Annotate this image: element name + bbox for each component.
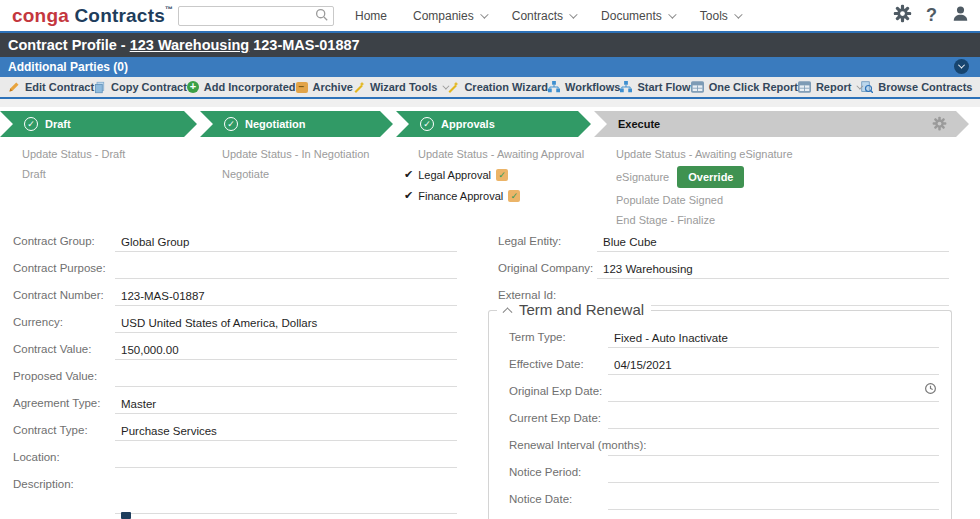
stage-check-icon: ✓ bbox=[24, 117, 38, 131]
company-link[interactable]: 123 Warehousing bbox=[130, 37, 250, 53]
browse-contracts-button[interactable]: Browse Contracts bbox=[861, 81, 972, 93]
field-value[interactable] bbox=[608, 441, 939, 456]
global-search[interactable] bbox=[178, 6, 334, 26]
edit-contract-button[interactable]: Edit Contract bbox=[8, 81, 94, 93]
stage-gear-icon[interactable] bbox=[932, 116, 947, 133]
esignature-label: eSignature bbox=[616, 171, 669, 183]
workflow-icon bbox=[548, 81, 560, 93]
description-editor-icon[interactable] bbox=[121, 512, 131, 519]
approval-item-finance[interactable]: ✔ Finance Approval ✓ bbox=[396, 185, 594, 206]
field-value[interactable] bbox=[608, 495, 939, 510]
field-label: Notice Period: bbox=[509, 466, 581, 478]
copy-contract-button[interactable]: Copy Contract bbox=[94, 81, 187, 94]
field-value[interactable]: Fixed - Auto Inactivate bbox=[608, 332, 939, 348]
additional-parties-label: Additional Parties (0) bbox=[8, 60, 128, 74]
stage-approvals[interactable]: ✓ Approvals bbox=[396, 111, 591, 137]
field-contract-type: Contract Type: Purchase Services bbox=[0, 417, 470, 444]
nav-companies[interactable]: Companies bbox=[413, 9, 486, 23]
field-label: Contract Number: bbox=[13, 289, 104, 301]
override-button[interactable]: Override bbox=[677, 166, 744, 188]
workflows-button[interactable]: Workflows bbox=[548, 81, 620, 93]
field-contract-purpose: Contract Purpose: bbox=[0, 255, 470, 282]
contract-stage-tracker: ✓ Draft Update Status - Draft Draft ✓ Ne… bbox=[0, 111, 980, 230]
stage-negotiation[interactable]: ✓ Negotiation bbox=[200, 111, 393, 137]
user-profile-icon[interactable] bbox=[951, 4, 970, 27]
field-value[interactable] bbox=[115, 264, 457, 279]
field-value[interactable]: USD United States of America, Dollars bbox=[115, 317, 457, 333]
field-label: Original Company: bbox=[498, 262, 593, 274]
chevron-down-icon bbox=[668, 10, 676, 18]
wizard-tools-button[interactable]: Wizard Tools bbox=[353, 81, 448, 93]
esignature-row: eSignature Override bbox=[594, 164, 972, 190]
stage-status-line: Update Status - Draft bbox=[0, 144, 200, 164]
field-value[interactable] bbox=[608, 468, 939, 483]
term-section-title: Term and Renewal bbox=[519, 301, 644, 318]
field-value[interactable] bbox=[608, 387, 939, 402]
stage-execute[interactable]: Execute bbox=[594, 111, 969, 137]
stage-label: Draft bbox=[45, 118, 71, 130]
stage-draft[interactable]: ✓ Draft bbox=[0, 111, 197, 137]
term-and-renewal-section: Term and Renewal Term Type: Fixed - Auto… bbox=[488, 310, 952, 519]
approval-item-legal[interactable]: ✔ Legal Approval ✓ bbox=[396, 164, 594, 185]
search-icon bbox=[315, 7, 328, 25]
page-title: Contract Profile - 123 Warehousing 123-M… bbox=[8, 37, 360, 53]
field-value[interactable] bbox=[115, 499, 457, 514]
field-label: Currency: bbox=[13, 316, 63, 328]
logo-product: Contracts™ bbox=[74, 5, 173, 26]
collapse-caret-icon[interactable] bbox=[503, 307, 513, 317]
main-nav: Home Companies Contracts Documents Tools bbox=[355, 0, 740, 31]
field-value[interactable]: Blue Cube bbox=[597, 236, 949, 252]
copy-icon bbox=[94, 81, 106, 94]
one-click-report-button[interactable]: One Click Report bbox=[691, 81, 798, 93]
field-original-company: Original Company: 123 Warehousing bbox=[485, 255, 955, 282]
archive-button[interactable]: − Archive bbox=[296, 81, 353, 93]
chevron-down-icon bbox=[480, 10, 488, 18]
approval-note-icon[interactable]: ✓ bbox=[508, 190, 520, 202]
help-icon[interactable]: ? bbox=[926, 5, 937, 26]
field-value[interactable]: 04/15/2021 bbox=[608, 359, 939, 375]
approval-note-icon[interactable]: ✓ bbox=[496, 169, 508, 181]
field-value[interactable]: 150,000.00 bbox=[115, 344, 457, 360]
additional-parties-bar[interactable]: Additional Parties (0) bbox=[0, 57, 980, 77]
stage-check-icon: ✓ bbox=[420, 117, 434, 131]
term-section-header[interactable]: Term and Renewal bbox=[497, 301, 651, 318]
field-label: Location: bbox=[13, 451, 60, 463]
field-value[interactable]: 123 Warehousing bbox=[597, 263, 949, 279]
check-icon: ✔ bbox=[404, 168, 413, 181]
nav-home[interactable]: Home bbox=[355, 9, 387, 23]
field-notice-period: Notice Period: bbox=[489, 459, 951, 486]
field-value[interactable]: Global Group bbox=[115, 236, 457, 252]
field-label: Contract Value: bbox=[13, 343, 91, 355]
creation-wizard-button[interactable]: Creation Wizard bbox=[447, 81, 548, 93]
stage-status-line: End Stage - Finalize bbox=[594, 210, 972, 230]
stage-check-icon: ✓ bbox=[224, 117, 238, 131]
nav-documents[interactable]: Documents bbox=[601, 9, 674, 23]
field-value[interactable] bbox=[115, 453, 457, 468]
field-value[interactable]: Purchase Services bbox=[115, 425, 457, 441]
field-label: External Id: bbox=[498, 289, 556, 301]
conga-logo: conga Contracts™ bbox=[12, 5, 173, 27]
field-contract-number: Contract Number: 123-MAS-01887 bbox=[0, 282, 470, 309]
field-term-type: Term Type: Fixed - Auto Inactivate bbox=[489, 324, 951, 351]
add-incorporated-button[interactable]: + Add Incorporated bbox=[187, 81, 296, 93]
toolbar-shadow bbox=[0, 99, 980, 107]
collapse-section-button[interactable] bbox=[954, 59, 969, 74]
check-icon: ✔ bbox=[404, 189, 413, 202]
workflow-icon bbox=[620, 81, 632, 93]
field-value[interactable]: 123-MAS-01887 bbox=[115, 290, 457, 306]
report-icon bbox=[798, 81, 811, 93]
nav-tools[interactable]: Tools bbox=[700, 9, 740, 23]
history-clock-icon[interactable] bbox=[924, 381, 937, 399]
field-value[interactable] bbox=[115, 372, 457, 387]
nav-contracts[interactable]: Contracts bbox=[512, 9, 575, 23]
field-value[interactable] bbox=[608, 414, 939, 429]
settings-gear-icon[interactable] bbox=[893, 4, 912, 27]
field-value[interactable]: Master bbox=[115, 398, 457, 414]
field-description: Description: bbox=[0, 471, 470, 517]
chevron-down-icon bbox=[569, 10, 577, 18]
search-input[interactable] bbox=[179, 10, 315, 22]
wand-icon bbox=[447, 81, 459, 93]
report-button[interactable]: Report bbox=[798, 81, 861, 93]
start-flow-button[interactable]: Start Flow bbox=[620, 81, 690, 93]
stage-status-line: Draft bbox=[0, 164, 200, 184]
